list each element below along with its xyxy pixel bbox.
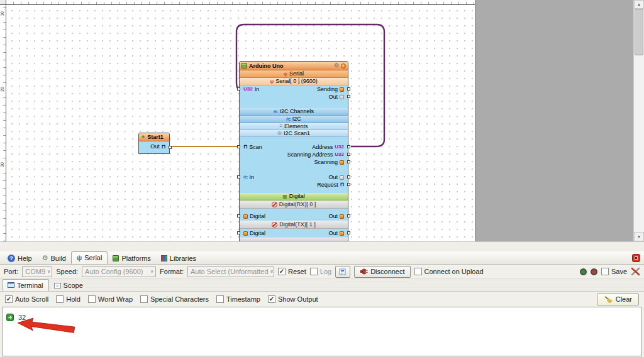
log-checkbox[interactable]: ✓ Log [310, 268, 331, 275]
tab-libraries[interactable]: Libraries [156, 252, 201, 264]
start-component-body: Out ⊓ [139, 141, 169, 154]
clear-button[interactable]: Clear [597, 294, 639, 305]
status-led-red-icon[interactable] [591, 268, 597, 275]
disconnect-button[interactable]: Disconnect [354, 266, 410, 278]
serial-in-label: In [255, 87, 260, 92]
serial-out-pin[interactable] [347, 95, 350, 98]
format-select[interactable]: Auto Select (Unformatted ∨ [187, 266, 274, 277]
scanning-pin[interactable] [347, 160, 350, 163]
start-component-header[interactable]: ★ Start1 [139, 133, 169, 141]
word-wrap-checkbox[interactable]: ✓ Word Wrap [88, 295, 133, 303]
word-wrap-label: Word Wrap [98, 295, 133, 303]
arduino-header[interactable]: Arduino Uno ⚙ [240, 62, 348, 70]
digital-tx-row[interactable]: Digital(TX)[ 1 ] [240, 221, 348, 229]
dropdown-arrow-icon: ∨ [47, 269, 50, 274]
wrench-icon[interactable]: ⚙ [334, 63, 339, 69]
reset-checkbox[interactable]: ✓ Reset [278, 268, 306, 275]
serial-in-pin[interactable] [237, 87, 240, 91]
digital1-out-pin[interactable] [347, 231, 350, 234]
arduino-uno-component[interactable]: Arduino Uno ⚙ ψ Serial ψ Serial[ 0 ] (96… [239, 61, 348, 243]
tab-platforms[interactable]: Platforms [108, 252, 155, 264]
bool-type-icon [340, 214, 344, 219]
special-characters-checkbox[interactable]: ✓ Special Characters [140, 295, 209, 303]
serial-type-icon [340, 95, 344, 99]
tab-terminal[interactable]: Terminal [2, 279, 49, 291]
tab-terminal-label: Terminal [17, 282, 43, 289]
start-icon: ★ [141, 135, 145, 140]
disconnect-label: Disconnect [370, 268, 404, 275]
scanning-label: Scanning [314, 160, 338, 165]
scroll-down-button[interactable]: ▼ [634, 232, 644, 241]
auto-scroll-checkbox[interactable]: ✓ Auto Scroll [5, 295, 48, 303]
speed-select-value: Auto Config (9600) [85, 268, 143, 275]
tab-help[interactable]: ? Help [3, 252, 37, 264]
component-options-icon[interactable] [341, 63, 346, 69]
timestamp-checkbox[interactable]: ✓ Timestamp [216, 295, 260, 303]
serial-tab-icon: ψ [77, 255, 82, 261]
address-label: Address [312, 145, 333, 150]
scan-pin[interactable] [237, 145, 240, 148]
speed-label: Speed: [56, 268, 78, 275]
serial-out-label: Out [328, 94, 338, 100]
terminal-output-area[interactable]: 32 [2, 307, 642, 356]
digital-rx-row[interactable]: Digital(RX)[ 0 ] [240, 200, 348, 209]
digital0-in-pin[interactable] [237, 214, 240, 217]
tab-scope[interactable]: ≈ Scope [49, 280, 88, 291]
log-file-button[interactable] [335, 266, 350, 278]
elements-section[interactable]: ≡ Elements [240, 123, 348, 130]
special-characters-label: Special Characters [150, 295, 209, 303]
status-led-green-icon[interactable] [580, 268, 587, 275]
check-icon: ✓ [279, 268, 284, 275]
start-component[interactable]: ★ Start1 Out ⊓ [138, 133, 170, 154]
save-checkbox[interactable]: ✓ Save [601, 268, 627, 275]
format-label: Format: [160, 268, 184, 275]
pin-type-u32: U32 [335, 152, 344, 157]
speed-select[interactable]: Auto Config (9600) ∨ [82, 266, 156, 277]
tab-libraries-label: Libraries [170, 255, 196, 262]
serial-type-icon [340, 175, 344, 180]
digital-rx-label: Digital(RX)[ 0 ] [279, 202, 316, 207]
elements-icon: ≡ [279, 124, 282, 129]
i2c-in-label: In [250, 175, 255, 180]
ruler-horizontal [6, 0, 475, 5]
port-select[interactable]: COM9 ∨ [22, 266, 52, 277]
tab-serial[interactable]: ψ Serial [71, 251, 108, 264]
connect-on-upload-checkbox[interactable]: ✓ Connect on Upload [414, 268, 484, 275]
checkbox-box: ✓ [140, 295, 148, 303]
i2c-out-label: Out [328, 175, 338, 180]
arduino-title: Arduino Uno [249, 63, 284, 69]
address-pin[interactable] [347, 145, 350, 148]
start-out-pin[interactable] [169, 146, 172, 149]
ruler-mark: 30 [0, 162, 6, 167]
hold-checkbox[interactable]: ✓ Hold [56, 295, 80, 303]
tab-build[interactable]: ⚙ Build [37, 252, 71, 264]
i2c-in-pin[interactable] [237, 175, 240, 178]
request-pin[interactable] [347, 183, 350, 186]
i2c-out-pin[interactable] [347, 175, 350, 178]
digital1-out-label: Out [328, 231, 338, 236]
serial-channel-row[interactable]: ψ Serial[ 0 ] (9600) [240, 78, 348, 85]
i2c-channels-section: I²C I2C Channels [240, 108, 348, 116]
start-out-row: Out ⊓ [150, 143, 165, 150]
scan-label: Scan [249, 145, 262, 150]
sending-pin[interactable] [347, 87, 350, 91]
scanning-address-pin[interactable] [347, 153, 350, 156]
dropdown-arrow-icon: ∨ [150, 269, 153, 274]
digital0-out-pin[interactable] [347, 214, 350, 217]
design-canvas[interactable]: 10 20 30 ★ Start1 Out ⊓ [0, 0, 644, 251]
arrow-down-icon: ▼ [637, 235, 641, 239]
build-icon: ⚙ [42, 255, 48, 261]
scanning-row: Scanning [240, 158, 348, 166]
serial-section-label: Serial [289, 71, 304, 77]
scrollbar-thumb[interactable] [635, 9, 643, 55]
tools-icon[interactable] [631, 267, 640, 276]
i2c-scan-row[interactable]: ◎ I2C Scan1 [240, 130, 348, 137]
annotation-arrow [16, 314, 77, 338]
show-output-checkbox[interactable]: ✓ Show Output [268, 295, 318, 303]
stop-icon[interactable] [632, 254, 640, 262]
digital1-in-pin[interactable] [237, 231, 240, 234]
scroll-up-button[interactable]: ▲ [634, 0, 644, 9]
canvas-vertical-scrollbar[interactable]: ▲ ▼ [633, 0, 644, 241]
platforms-icon [113, 255, 119, 261]
digital-section-label: Digital [289, 194, 305, 199]
